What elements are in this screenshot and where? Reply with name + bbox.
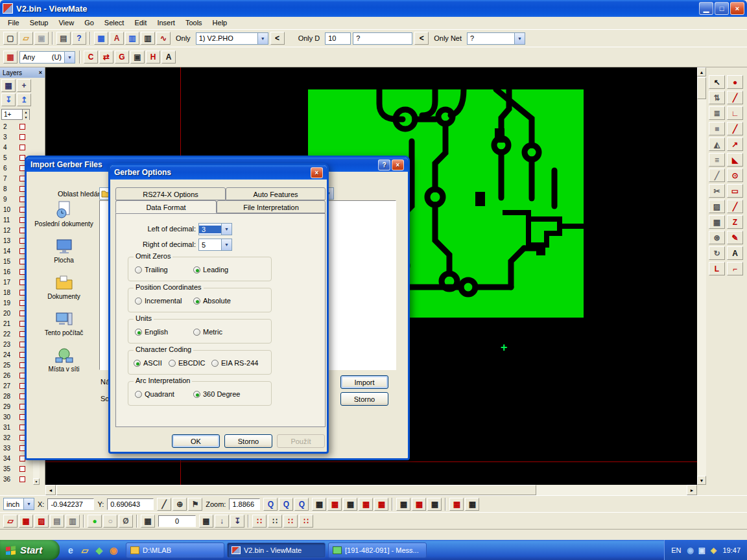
gear-icon[interactable]: ⊛	[709, 231, 725, 244]
ie-icon[interactable]: e	[65, 544, 77, 557]
dcode-find-field[interactable]: ?	[353, 32, 412, 45]
select-arrow-icon[interactable]: ↖	[709, 75, 725, 89]
scrollbar-thumb[interactable]	[697, 77, 706, 99]
menu-help[interactable]: Help	[208, 17, 233, 29]
only-layer-toggle[interactable]: Only	[172, 34, 194, 42]
print-icon[interactable]: ▤	[56, 32, 71, 45]
layer-add-icon[interactable]: +	[17, 79, 31, 92]
scroll-down-icon[interactable]: ▼	[697, 476, 706, 485]
title-bar[interactable]: V2.bin - ViewMate ▁□×	[0, 0, 747, 17]
spinner-arrows-icon[interactable]: ▲▼	[22, 110, 29, 120]
folder-qlaunch-icon[interactable]: ▱	[79, 544, 91, 557]
segment-icon[interactable]: ╱	[727, 200, 743, 213]
scroll-up-icon[interactable]: ▲	[697, 67, 706, 76]
layer-row[interactable]: 2	[0, 121, 45, 132]
grid-toggle-icon[interactable]: ▦	[141, 515, 155, 528]
dcode-pattern-icon[interactable]: ▦	[327, 498, 342, 511]
layer-visibility-swatch[interactable]	[19, 466, 25, 472]
close-button[interactable]: ×	[311, 167, 323, 178]
corner-line-icon[interactable]: ∟	[727, 106, 743, 120]
hook-icon[interactable]: ⌐	[727, 262, 743, 275]
menu-go[interactable]: Go	[79, 17, 99, 29]
menu-file[interactable]: File	[3, 17, 25, 29]
tab-rs274x-options[interactable]: RS274-X Options	[115, 187, 226, 200]
origin-target-icon[interactable]: ⊕	[172, 498, 187, 511]
dcode-pattern-icon[interactable]: ▦	[427, 498, 442, 511]
ebcdic-radio[interactable]	[169, 360, 176, 367]
leading-radio[interactable]	[193, 266, 200, 274]
minimize-button[interactable]: ▁	[699, 2, 713, 15]
slash-icon[interactable]: ╱	[709, 169, 725, 182]
text-l-icon[interactable]: L	[709, 262, 725, 275]
bars-icon[interactable]: ▥	[141, 32, 155, 45]
taskbar-button-viewmate[interactable]: V2.bin - ViewMate	[227, 542, 326, 558]
only-net-toggle[interactable]: Only Net	[431, 34, 465, 42]
layer-visibility-swatch[interactable]	[19, 476, 25, 482]
cancel-button[interactable]: Storno	[224, 434, 272, 448]
highlight-d-icon[interactable]: ▦	[94, 32, 108, 45]
pad-dot-icon[interactable]: ●	[727, 75, 743, 89]
layer-visibility-swatch[interactable]	[19, 124, 25, 130]
firefox-icon[interactable]: ◉	[108, 544, 119, 557]
close-button[interactable]: ×	[392, 159, 404, 170]
tab-data-format[interactable]: Data Format	[115, 200, 217, 213]
reduce-icon[interactable]: ≡	[709, 153, 725, 167]
horizontal-scrollbar[interactable]: ◄ ►	[45, 485, 697, 495]
pattern-dots-icon[interactable]: ∷	[299, 515, 313, 528]
pattern-dots-icon[interactable]: ∷	[252, 515, 267, 528]
chevron-down-icon[interactable]: ▼	[221, 224, 231, 235]
close-button[interactable]: ×	[730, 2, 744, 15]
tray-network-icon[interactable]: ▣	[696, 544, 707, 557]
apply-button[interactable]: Použít	[277, 434, 325, 448]
ok-button[interactable]: OK	[172, 434, 220, 448]
aperture-filter-combo[interactable]: Any (U) ▼	[19, 51, 75, 64]
zoom-dcode-icon[interactable]: Q	[279, 498, 293, 511]
slope-measure-icon[interactable]: ╱	[157, 498, 171, 511]
zoom-select-icon[interactable]: Q	[294, 498, 309, 511]
left-decimal-combo[interactable]: 3▼	[198, 223, 232, 235]
taskbar-button-mlab[interactable]: D:\MLAB	[126, 542, 224, 558]
layer-down-icon[interactable]: ↧	[1, 93, 16, 106]
layer-visibility-swatch[interactable]	[19, 134, 25, 140]
mini-grid-icon[interactable]: ▦	[19, 515, 33, 528]
pattern-dots-icon[interactable]: ∷	[283, 515, 298, 528]
layer-row[interactable]: 4	[0, 142, 45, 152]
layer-visibility-swatch[interactable]	[19, 145, 25, 150]
english-radio[interactable]	[135, 329, 142, 336]
led-green-icon[interactable]: ●	[88, 515, 102, 528]
g-code-icon[interactable]: G	[115, 51, 129, 64]
only-dcode-toggle[interactable]: Only D	[295, 34, 324, 42]
place-recent-documents[interactable]: Poslední dokumenty	[34, 200, 94, 228]
context-help-icon[interactable]: ?	[72, 32, 86, 45]
tray-volume-icon[interactable]: ◈	[708, 544, 718, 557]
chevron-down-icon[interactable]: ▼	[221, 239, 231, 250]
layer-up-icon[interactable]: ↥	[17, 93, 31, 106]
datum-flag-icon[interactable]: ⚑	[188, 498, 202, 511]
layer-row[interactable]: 3	[0, 132, 45, 142]
scroll-left-icon[interactable]: ◄	[45, 485, 56, 495]
start-button[interactable]: Start	[0, 540, 60, 560]
chevron-down-icon[interactable]: ▼	[23, 498, 34, 509]
lamp-icon[interactable]: ○	[103, 515, 117, 528]
zigzag-icon[interactable]: Z	[727, 215, 743, 229]
pen-icon[interactable]: ✎	[727, 231, 743, 244]
dcode-pattern-icon[interactable]: ▦	[359, 498, 373, 511]
menu-tools[interactable]: Tools	[180, 17, 208, 29]
place-my-computer[interactable]: Tento počítač	[34, 310, 94, 336]
rect-outline-icon[interactable]: ▭	[727, 184, 743, 198]
chevron-down-icon[interactable]: ▼	[64, 52, 75, 63]
dcode-value-field[interactable]: 10	[325, 32, 351, 45]
active-layer-spinner[interactable]: 1+ ▲▼	[1, 109, 30, 120]
highlight-count-field[interactable]: 0	[158, 515, 196, 527]
place-documents[interactable]: Dokumenty	[34, 274, 94, 300]
aperture-grid-icon[interactable]: ▦	[3, 51, 18, 64]
restore-button[interactable]: □	[715, 2, 729, 15]
place-network[interactable]: Místa v síti	[34, 347, 94, 373]
draw-line-icon[interactable]: ╱	[727, 122, 743, 135]
aperture-square-icon[interactable]: ▣	[130, 51, 145, 64]
menu-insert[interactable]: Insert	[152, 17, 180, 29]
dcode-pattern-icon[interactable]: ▦	[412, 498, 426, 511]
net-select-combo[interactable]: ?▼	[467, 32, 525, 45]
incremental-radio[interactable]	[135, 298, 142, 305]
clock[interactable]: 19:47	[722, 546, 741, 554]
